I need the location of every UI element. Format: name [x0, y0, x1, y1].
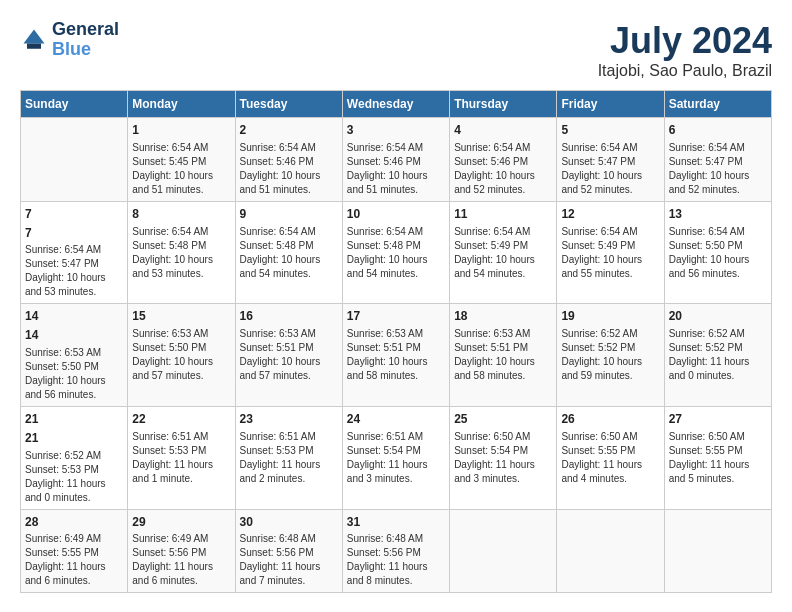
calendar-row: 1414Sunrise: 6:53 AMSunset: 5:50 PMDayli… — [21, 304, 772, 407]
cell-details: Sunrise: 6:53 AMSunset: 5:51 PMDaylight:… — [454, 327, 552, 383]
col-friday: Friday — [557, 91, 664, 118]
subtitle: Itajobi, Sao Paulo, Brazil — [598, 62, 772, 80]
calendar-row: 77Sunrise: 6:54 AMSunset: 5:47 PMDayligh… — [21, 201, 772, 304]
cell-details: Sunrise: 6:52 AMSunset: 5:52 PMDaylight:… — [669, 327, 767, 383]
calendar-cell: 22Sunrise: 6:51 AMSunset: 5:53 PMDayligh… — [128, 406, 235, 509]
day-number: 4 — [454, 122, 552, 139]
cell-details: Sunrise: 6:50 AMSunset: 5:54 PMDaylight:… — [454, 430, 552, 486]
calendar-cell: 31Sunrise: 6:48 AMSunset: 5:56 PMDayligh… — [342, 509, 449, 593]
calendar-cell: 28Sunrise: 6:49 AMSunset: 5:55 PMDayligh… — [21, 509, 128, 593]
main-title: July 2024 — [598, 20, 772, 62]
calendar-table: Sunday Monday Tuesday Wednesday Thursday… — [20, 90, 772, 593]
logo-text: General Blue — [52, 20, 119, 60]
col-monday: Monday — [128, 91, 235, 118]
calendar-cell: 29Sunrise: 6:49 AMSunset: 5:56 PMDayligh… — [128, 509, 235, 593]
col-saturday: Saturday — [664, 91, 771, 118]
calendar-cell: 2121Sunrise: 6:52 AMSunset: 5:53 PMDayli… — [21, 406, 128, 509]
day-number: 29 — [132, 514, 230, 531]
title-block: July 2024 Itajobi, Sao Paulo, Brazil — [598, 20, 772, 80]
cell-details: Sunrise: 6:54 AMSunset: 5:46 PMDaylight:… — [454, 141, 552, 197]
calendar-cell: 24Sunrise: 6:51 AMSunset: 5:54 PMDayligh… — [342, 406, 449, 509]
calendar-row: 28Sunrise: 6:49 AMSunset: 5:55 PMDayligh… — [21, 509, 772, 593]
day-number: 5 — [561, 122, 659, 139]
cell-details: Sunrise: 6:51 AMSunset: 5:54 PMDaylight:… — [347, 430, 445, 486]
calendar-cell: 12Sunrise: 6:54 AMSunset: 5:49 PMDayligh… — [557, 201, 664, 304]
day-number: 9 — [240, 206, 338, 223]
cell-details: Sunrise: 6:54 AMSunset: 5:46 PMDaylight:… — [347, 141, 445, 197]
col-sunday: Sunday — [21, 91, 128, 118]
day-number: 26 — [561, 411, 659, 428]
day-number: 11 — [454, 206, 552, 223]
calendar-cell: 30Sunrise: 6:48 AMSunset: 5:56 PMDayligh… — [235, 509, 342, 593]
day-number: 7 — [25, 225, 123, 242]
day-number: 21 — [25, 411, 123, 428]
cell-details: Sunrise: 6:52 AMSunset: 5:52 PMDaylight:… — [561, 327, 659, 383]
cell-details: Sunrise: 6:54 AMSunset: 5:47 PMDaylight:… — [669, 141, 767, 197]
calendar-cell: 77Sunrise: 6:54 AMSunset: 5:47 PMDayligh… — [21, 201, 128, 304]
day-number: 17 — [347, 308, 445, 325]
cell-details: Sunrise: 6:54 AMSunset: 5:48 PMDaylight:… — [132, 225, 230, 281]
cell-details: Sunrise: 6:52 AMSunset: 5:53 PMDaylight:… — [25, 449, 123, 505]
cell-details: Sunrise: 6:54 AMSunset: 5:50 PMDaylight:… — [669, 225, 767, 281]
calendar-cell: 4Sunrise: 6:54 AMSunset: 5:46 PMDaylight… — [450, 118, 557, 202]
calendar-cell: 25Sunrise: 6:50 AMSunset: 5:54 PMDayligh… — [450, 406, 557, 509]
cell-details: Sunrise: 6:54 AMSunset: 5:49 PMDaylight:… — [561, 225, 659, 281]
calendar-cell — [557, 509, 664, 593]
day-number: 19 — [561, 308, 659, 325]
calendar-cell: 8Sunrise: 6:54 AMSunset: 5:48 PMDaylight… — [128, 201, 235, 304]
day-number: 8 — [132, 206, 230, 223]
cell-details: Sunrise: 6:50 AMSunset: 5:55 PMDaylight:… — [669, 430, 767, 486]
day-number: 25 — [454, 411, 552, 428]
day-number: 2 — [240, 122, 338, 139]
calendar-cell: 18Sunrise: 6:53 AMSunset: 5:51 PMDayligh… — [450, 304, 557, 407]
calendar-cell: 11Sunrise: 6:54 AMSunset: 5:49 PMDayligh… — [450, 201, 557, 304]
col-wednesday: Wednesday — [342, 91, 449, 118]
cell-details: Sunrise: 6:54 AMSunset: 5:46 PMDaylight:… — [240, 141, 338, 197]
calendar-cell: 9Sunrise: 6:54 AMSunset: 5:48 PMDaylight… — [235, 201, 342, 304]
svg-marker-0 — [24, 29, 45, 43]
cell-details: Sunrise: 6:49 AMSunset: 5:55 PMDaylight:… — [25, 532, 123, 588]
cell-details: Sunrise: 6:54 AMSunset: 5:45 PMDaylight:… — [132, 141, 230, 197]
day-number: 15 — [132, 308, 230, 325]
cell-details: Sunrise: 6:53 AMSunset: 5:51 PMDaylight:… — [240, 327, 338, 383]
cell-details: Sunrise: 6:49 AMSunset: 5:56 PMDaylight:… — [132, 532, 230, 588]
calendar-cell: 13Sunrise: 6:54 AMSunset: 5:50 PMDayligh… — [664, 201, 771, 304]
day-number: 28 — [25, 514, 123, 531]
calendar-cell: 27Sunrise: 6:50 AMSunset: 5:55 PMDayligh… — [664, 406, 771, 509]
day-number: 16 — [240, 308, 338, 325]
calendar-cell: 26Sunrise: 6:50 AMSunset: 5:55 PMDayligh… — [557, 406, 664, 509]
day-number: 10 — [347, 206, 445, 223]
calendar-cell: 17Sunrise: 6:53 AMSunset: 5:51 PMDayligh… — [342, 304, 449, 407]
col-tuesday: Tuesday — [235, 91, 342, 118]
day-number: 12 — [561, 206, 659, 223]
cell-details: Sunrise: 6:50 AMSunset: 5:55 PMDaylight:… — [561, 430, 659, 486]
day-number: 13 — [669, 206, 767, 223]
cell-details: Sunrise: 6:54 AMSunset: 5:49 PMDaylight:… — [454, 225, 552, 281]
day-number: 14 — [25, 327, 123, 344]
day-number: 31 — [347, 514, 445, 531]
calendar-cell — [664, 509, 771, 593]
calendar-cell: 15Sunrise: 6:53 AMSunset: 5:50 PMDayligh… — [128, 304, 235, 407]
logo-icon — [20, 26, 48, 54]
cell-details: Sunrise: 6:53 AMSunset: 5:50 PMDaylight:… — [25, 346, 123, 402]
svg-rect-1 — [27, 43, 41, 48]
day-number: 27 — [669, 411, 767, 428]
day-number: 23 — [240, 411, 338, 428]
calendar-body: 1Sunrise: 6:54 AMSunset: 5:45 PMDaylight… — [21, 118, 772, 593]
calendar-cell: 16Sunrise: 6:53 AMSunset: 5:51 PMDayligh… — [235, 304, 342, 407]
calendar-cell: 19Sunrise: 6:52 AMSunset: 5:52 PMDayligh… — [557, 304, 664, 407]
cell-details: Sunrise: 6:51 AMSunset: 5:53 PMDaylight:… — [240, 430, 338, 486]
day-number: 6 — [669, 122, 767, 139]
cell-details: Sunrise: 6:53 AMSunset: 5:51 PMDaylight:… — [347, 327, 445, 383]
calendar-cell: 2Sunrise: 6:54 AMSunset: 5:46 PMDaylight… — [235, 118, 342, 202]
day-number: 24 — [347, 411, 445, 428]
day-number: 1 — [132, 122, 230, 139]
day-number: 7 — [25, 206, 123, 223]
cell-details: Sunrise: 6:54 AMSunset: 5:48 PMDaylight:… — [240, 225, 338, 281]
calendar-cell — [450, 509, 557, 593]
col-thursday: Thursday — [450, 91, 557, 118]
cell-details: Sunrise: 6:53 AMSunset: 5:50 PMDaylight:… — [132, 327, 230, 383]
cell-details: Sunrise: 6:54 AMSunset: 5:48 PMDaylight:… — [347, 225, 445, 281]
calendar-cell: 5Sunrise: 6:54 AMSunset: 5:47 PMDaylight… — [557, 118, 664, 202]
calendar-cell: 10Sunrise: 6:54 AMSunset: 5:48 PMDayligh… — [342, 201, 449, 304]
